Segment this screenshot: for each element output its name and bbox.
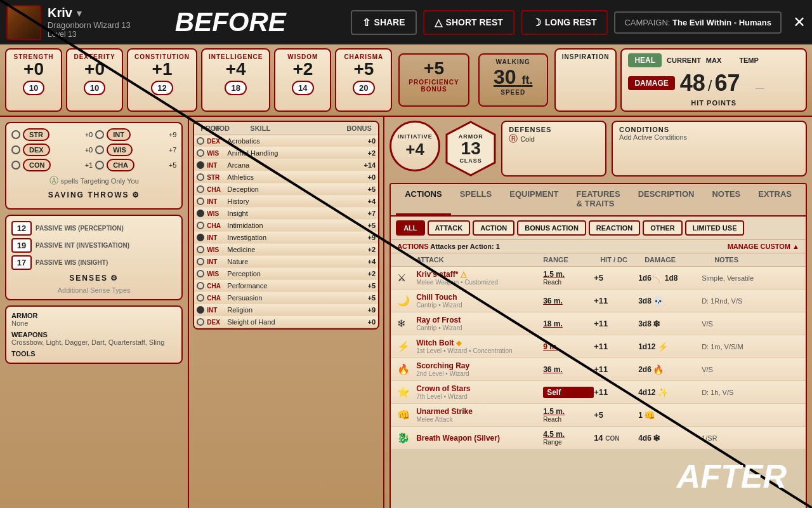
attack-ray-of-frost[interactable]: ❄ Ray of Frost Cantrip • Wizard 18 m. +1… bbox=[391, 312, 806, 335]
heal-button[interactable]: HEAL bbox=[628, 53, 662, 67]
skill-arcana[interactable]: INT Arcana +14 bbox=[194, 159, 378, 171]
skill-investigation[interactable]: INT Investigation +9 bbox=[194, 232, 378, 243]
sleight-attr: DEX bbox=[207, 319, 225, 326]
save-str-btn[interactable]: STR bbox=[23, 128, 49, 141]
skill-acrobatics[interactable]: DEX Acrobatics +0 bbox=[194, 135, 378, 147]
ability-constitution[interactable]: CONSTITUTION +1 12 bbox=[127, 48, 197, 112]
wisdom-score: 14 bbox=[292, 81, 313, 95]
save-str[interactable]: STR +0 bbox=[11, 128, 93, 141]
attack-scorching-ray[interactable]: 🔥 Scorching Ray 2nd Level • Wizard 36 m.… bbox=[391, 358, 806, 381]
passive-insight-label: PASSIVE WIS (INSIGHT) bbox=[36, 259, 108, 266]
senses-settings-icon[interactable]: ⚙ bbox=[110, 274, 119, 283]
save-con-btn[interactable]: CON bbox=[23, 159, 51, 171]
ray-of-frost-hit: +11 bbox=[594, 319, 638, 328]
attack-breath-weapon[interactable]: 🐉 Breath Weapon (Silver) 4.5 m. Range 14… bbox=[391, 427, 806, 450]
armor-class-box[interactable]: ARMOR 13 CLASS bbox=[445, 121, 496, 177]
unarmed-info: Unarmed Strike Melee Attack bbox=[416, 407, 543, 423]
save-int-btn[interactable]: INT bbox=[107, 128, 131, 141]
campaign-name: The Evil Within - Humans bbox=[672, 18, 771, 27]
filter-limited-use[interactable]: LIMITED USE bbox=[685, 220, 745, 236]
medicine-attr: WIS bbox=[207, 246, 225, 253]
attack-krivs-staff[interactable]: ⚔ Kriv's staff* △ Melee Weapon • Customi… bbox=[391, 267, 806, 290]
damage-button[interactable]: DAMAGE bbox=[628, 76, 674, 90]
initiative-value: +4 bbox=[405, 140, 424, 159]
scorching-ray-name: Scorching Ray bbox=[416, 361, 543, 370]
spell-note-text: spells Targeting Only You bbox=[61, 177, 139, 185]
filter-bonus-action[interactable]: BONUS ACTION bbox=[517, 220, 586, 236]
skill-persuasion[interactable]: CHA Persuasion +5 bbox=[194, 292, 378, 304]
crown-of-stars-notes: D: 1h, V/S bbox=[702, 389, 799, 396]
filter-tabs: ALL ATTACK ACTION BONUS ACTION REACTION … bbox=[391, 217, 806, 240]
skill-insight[interactable]: WIS Insight +7 bbox=[194, 208, 378, 219]
weapons-label: WEAPONS bbox=[11, 331, 176, 338]
skill-performance[interactable]: CHA Performance +5 bbox=[194, 280, 378, 291]
current-label: CURRENT bbox=[667, 57, 701, 64]
ability-intelligence[interactable]: INTELLIGENCE +4 18 bbox=[201, 48, 270, 112]
save-cha-btn[interactable]: CHA bbox=[107, 159, 134, 171]
tab-features[interactable]: FEATURES & TRAITS bbox=[568, 184, 629, 215]
save-int[interactable]: INT +9 bbox=[95, 128, 176, 141]
skill-medicine[interactable]: WIS Medicine +2 bbox=[194, 244, 378, 255]
tab-actions[interactable]: ACTIONS bbox=[396, 184, 451, 215]
manage-custom-button[interactable]: MANAGE CUSTOM ▲ bbox=[728, 243, 799, 250]
initiative-box[interactable]: INITIATIVE +4 bbox=[390, 121, 440, 171]
tab-extras[interactable]: EXTRAS bbox=[749, 184, 801, 215]
ability-wisdom[interactable]: WISDOM +2 14 bbox=[274, 48, 331, 112]
close-button[interactable]: ✕ bbox=[793, 13, 806, 31]
name-dropdown-icon[interactable]: ▼ bbox=[75, 8, 84, 18]
skill-intimidation[interactable]: CHA Intimidation +5 bbox=[194, 220, 378, 231]
ability-dexterity[interactable]: DEXTERITY +0 10 bbox=[66, 48, 123, 112]
filter-attack[interactable]: ATTACK bbox=[428, 220, 471, 236]
skill-athletics[interactable]: STR Athletics +0 bbox=[194, 171, 378, 183]
main-layout: STR +0 INT +9 DEX +0 WIS +7 bbox=[0, 117, 812, 508]
skill-sleight-of-hand[interactable]: DEX Sleight of Hand +0 bbox=[194, 316, 378, 328]
tab-equipment[interactable]: EQUIPMENT bbox=[501, 184, 567, 215]
filter-other[interactable]: OTHER bbox=[643, 220, 683, 236]
history-attr: INT bbox=[207, 198, 225, 205]
skill-deception[interactable]: CHA Deception +5 bbox=[194, 184, 378, 195]
campaign-button[interactable]: CAMPAIGN: The Evil Within - Humans bbox=[614, 11, 782, 34]
save-wis[interactable]: WIS +7 bbox=[95, 144, 176, 156]
senses-title: SENSES ⚙ bbox=[11, 274, 176, 283]
crown-of-stars-hit: +11 bbox=[594, 387, 638, 397]
medicine-bonus: +2 bbox=[357, 246, 376, 253]
save-con[interactable]: CON +1 bbox=[11, 159, 93, 171]
skill-religion[interactable]: INT Religion +9 bbox=[194, 304, 378, 316]
proficiency-box: +5 PROFICIENCY BONUS bbox=[398, 53, 469, 107]
filter-reaction[interactable]: REACTION bbox=[589, 220, 640, 236]
conditions-add[interactable]: Add Active Conditions bbox=[619, 133, 799, 141]
saving-throws-settings-icon[interactable]: ⚙ bbox=[132, 190, 140, 199]
skill-animal-handling[interactable]: WIS Animal Handling +2 bbox=[194, 147, 378, 159]
share-button[interactable]: ⇧ SHARE bbox=[351, 10, 417, 35]
save-dex-btn[interactable]: DEX bbox=[23, 144, 50, 156]
deception-bonus: +5 bbox=[357, 185, 376, 193]
save-wis-btn[interactable]: WIS bbox=[107, 144, 133, 156]
saves-grid: STR +0 INT +9 DEX +0 WIS +7 bbox=[11, 128, 176, 171]
tab-notes[interactable]: NOTES bbox=[703, 184, 749, 215]
tab-description[interactable]: DESCRIPTION bbox=[629, 184, 704, 215]
filter-action[interactable]: ACTION bbox=[473, 220, 514, 236]
religion-attr: INT bbox=[207, 307, 225, 314]
skill-perception[interactable]: WIS Perception +2 bbox=[194, 268, 378, 279]
skill-nature[interactable]: INT Nature +4 bbox=[194, 256, 378, 267]
performance-prof-dot bbox=[197, 282, 204, 290]
saving-throws-title: SAVING THROWS ⚙ bbox=[11, 190, 176, 199]
attack-witch-bolt[interactable]: ⚡ Witch Bolt ◆ 1st Level • Wizard • Conc… bbox=[391, 335, 806, 358]
filter-all[interactable]: ALL bbox=[396, 220, 424, 236]
character-name-display[interactable]: Kriv ▼ bbox=[48, 6, 131, 20]
save-dex[interactable]: DEX +0 bbox=[11, 144, 93, 156]
short-rest-button[interactable]: △ SHORT REST bbox=[423, 10, 514, 35]
weapons-value: Crossbow, Light, Dagger, Dart, Quarterst… bbox=[11, 338, 176, 346]
skill-history[interactable]: INT History +4 bbox=[194, 196, 378, 207]
performance-attr: CHA bbox=[207, 283, 225, 290]
tab-spells[interactable]: SPELLS bbox=[451, 184, 501, 215]
long-rest-button[interactable]: ☽ LONG REST bbox=[521, 10, 608, 35]
attack-chill-touch[interactable]: 🌙 Chill Touch Cantrip • Wizard 36 m. +11… bbox=[391, 290, 806, 312]
attack-crown-of-stars[interactable]: ⭐ Crown of Stars 7th Level • Wizard Self… bbox=[391, 381, 806, 404]
inspiration-box[interactable]: INSPIRATION bbox=[554, 48, 617, 112]
ability-charisma[interactable]: CHARISMA +5 20 bbox=[335, 48, 392, 112]
character-avatar bbox=[6, 5, 41, 40]
ability-strength[interactable]: STRENGTH +0 10 bbox=[5, 48, 62, 112]
save-cha[interactable]: CHA +5 bbox=[95, 159, 176, 171]
attack-unarmed-strike[interactable]: 👊 Unarmed Strike Melee Attack 1.5 m. Rea… bbox=[391, 404, 806, 427]
